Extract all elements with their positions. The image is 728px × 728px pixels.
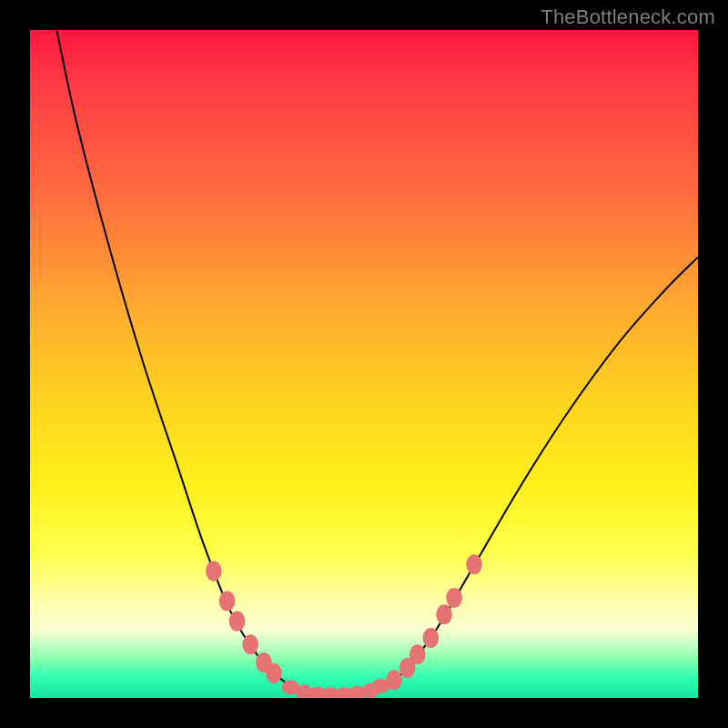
data-marker (466, 554, 482, 574)
data-markers (206, 554, 482, 698)
chart-frame: TheBottleneck.com (0, 0, 728, 728)
bottleneck-curve (56, 30, 698, 696)
data-marker (436, 604, 452, 624)
watermark-text: TheBottleneck.com (541, 5, 715, 29)
data-marker (410, 644, 426, 664)
data-marker (266, 663, 282, 683)
data-marker (229, 612, 246, 632)
data-marker (242, 634, 258, 654)
data-marker (446, 588, 462, 608)
data-marker (206, 561, 222, 581)
data-marker (423, 628, 440, 648)
curve-svg (30, 30, 698, 698)
plot-area (30, 30, 698, 698)
data-marker (372, 679, 389, 693)
data-marker (219, 592, 236, 612)
